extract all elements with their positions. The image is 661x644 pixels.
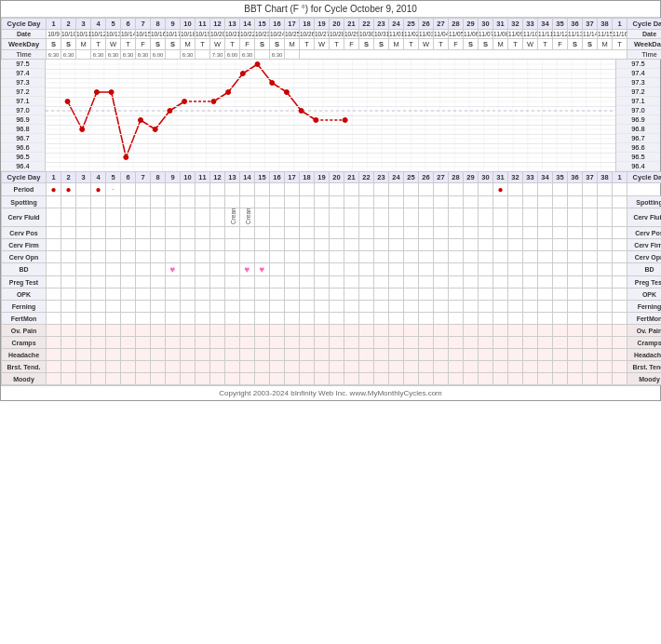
wd-3: M xyxy=(76,39,91,50)
date-38: 11/15 xyxy=(598,30,613,39)
wd-16: S xyxy=(270,39,285,50)
time-13: 6:00 xyxy=(225,50,240,60)
cd-26: 26 xyxy=(419,19,434,30)
temp-96.7-left: 96.7 xyxy=(1,134,45,143)
cd-17: 17 xyxy=(285,19,300,30)
cycle-day-label: Cycle Day xyxy=(2,19,47,30)
headache-row: Headache Headache xyxy=(2,349,662,361)
cd-5: 5 xyxy=(106,19,121,30)
date-11: 10/19 xyxy=(196,30,210,39)
date-3: 10/11 xyxy=(76,30,91,39)
cd-3: 3 xyxy=(76,19,91,30)
cd-13: 13 xyxy=(225,19,240,30)
date-1: 10/9 xyxy=(47,30,61,39)
date-36: 11/13 xyxy=(568,30,583,39)
cd-32: 32 xyxy=(508,19,523,30)
cd-29: 29 xyxy=(464,19,479,30)
ferning-row: Ferning Ferning xyxy=(2,301,662,313)
ov-pain-label-right: Ov. Pain xyxy=(627,325,662,337)
cerv-opn-label-right: Cerv Opn xyxy=(627,251,662,263)
cd-10: 10 xyxy=(181,19,196,30)
temp-97.4-left: 97.4 xyxy=(1,69,45,78)
cerv-fluid-label-right: Cerv Fluid xyxy=(627,208,662,227)
cd-19: 19 xyxy=(315,19,330,30)
cd-33: 33 xyxy=(523,19,538,30)
cd-6: 6 xyxy=(121,19,136,30)
opk-label: OPK xyxy=(2,288,47,301)
heart-icon-15: ♥ xyxy=(260,264,265,275)
wd-29: S xyxy=(464,39,479,50)
svg-point-73 xyxy=(109,90,114,95)
date-label-right: Date xyxy=(627,30,662,39)
date-29: 11/06 xyxy=(464,30,479,39)
preg-test-label: Preg Test xyxy=(2,276,47,288)
period-dot-5: · xyxy=(112,185,114,194)
period-d5: · xyxy=(106,183,121,196)
fertmon-row: FertMon FertMon xyxy=(2,313,662,325)
cerv-firm-row: Cerv Firm Cerv Firm xyxy=(2,239,662,251)
temp-chart-wrapper: 97.5 97.4 97.3 97.2 97.1 97.0 96.9 96.8 … xyxy=(1,60,660,171)
cycle-day-label-bottom-right: Cycle Day xyxy=(627,172,662,183)
svg-point-74 xyxy=(124,155,128,160)
temp-97.1-left: 97.1 xyxy=(1,97,45,106)
svg-point-79 xyxy=(211,100,216,104)
cycle-day-label-bottom: Cycle Day xyxy=(2,172,47,183)
time-14: 6:30 xyxy=(240,50,255,60)
cd-4: 4 xyxy=(91,19,106,30)
wd-2: S xyxy=(61,39,76,50)
temp-96.6-left: 96.6 xyxy=(1,143,45,153)
period-d4: ● xyxy=(91,183,106,196)
svg-point-85 xyxy=(299,109,304,114)
heart-icon-9: ♥ xyxy=(170,264,176,275)
date-21: 10/29 xyxy=(344,30,359,39)
ov-pain-row: Ov. Pain Ov. Pain xyxy=(2,325,662,337)
period-dot-2: ● xyxy=(65,184,71,195)
wd-32: T xyxy=(508,39,523,50)
period-dot-1: ● xyxy=(50,184,56,195)
wd-5: W xyxy=(106,39,121,50)
wd-15: S xyxy=(255,39,270,50)
date-35: 11/12 xyxy=(553,30,568,39)
date-12: 10/20 xyxy=(210,30,225,39)
cd-21: 21 xyxy=(344,19,359,30)
time-12: 7:30 xyxy=(210,50,225,60)
date-18: 10/26 xyxy=(300,30,315,39)
wd-38: M xyxy=(598,39,613,50)
cerv-fluid-creamy-1: Creamy xyxy=(225,208,240,227)
temp-97.2-right: 97.2 xyxy=(616,87,660,97)
cerv-pos-row: Cerv Pos Cerv Pos xyxy=(2,227,662,239)
cycle-day-label-right: Cycle Day xyxy=(627,19,662,30)
cd-36: 36 xyxy=(568,19,583,30)
headache-label: Headache xyxy=(2,349,47,361)
date-2: 10/10 xyxy=(61,30,76,39)
wd-14: F xyxy=(240,39,255,50)
date-9: 10/17 xyxy=(166,30,181,39)
wd-31: M xyxy=(493,39,508,50)
temp-96.4-left: 96.4 xyxy=(1,162,45,171)
moody-label-right: Moody xyxy=(627,373,662,385)
temp-96.8-right: 96.8 xyxy=(616,125,660,134)
bd-label-right: BD xyxy=(627,263,662,276)
cd-30: 30 xyxy=(479,19,493,30)
cd-38: 38 xyxy=(598,19,613,30)
footer: Copyright 2003-2024 bInfinity Web Inc. w… xyxy=(1,385,660,400)
cerv-opn-label: Cerv Opn xyxy=(2,251,47,263)
cd-20: 20 xyxy=(330,19,344,30)
temp-97.3-right: 97.3 xyxy=(616,78,660,87)
cd-11: 11 xyxy=(196,19,210,30)
date-19: 10/27 xyxy=(315,30,330,39)
cramps-label-right: Cramps xyxy=(627,337,662,349)
temp-96.8-left: 96.8 xyxy=(1,125,45,134)
wd-20: T xyxy=(330,39,344,50)
temp-97.5-left: 97.5 xyxy=(1,60,45,69)
svg-point-86 xyxy=(314,118,318,123)
time-17 xyxy=(285,50,300,60)
cd-1: 1 xyxy=(47,19,61,30)
wd-9: S xyxy=(166,39,181,50)
cerv-pos-label-right: Cerv Pos xyxy=(627,227,662,239)
wd-23: S xyxy=(374,39,389,50)
date-30: 11/07 xyxy=(479,30,493,39)
date-20: 10/28 xyxy=(330,30,344,39)
time-2: 6:30 xyxy=(61,50,76,60)
temp-97.0-right: 97.0 xyxy=(616,106,660,115)
